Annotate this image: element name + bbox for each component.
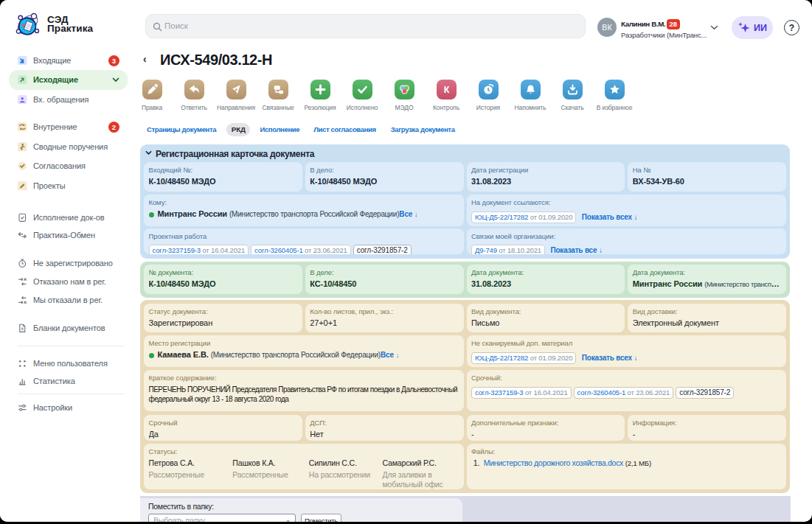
svg-text:К: К [443,85,449,95]
